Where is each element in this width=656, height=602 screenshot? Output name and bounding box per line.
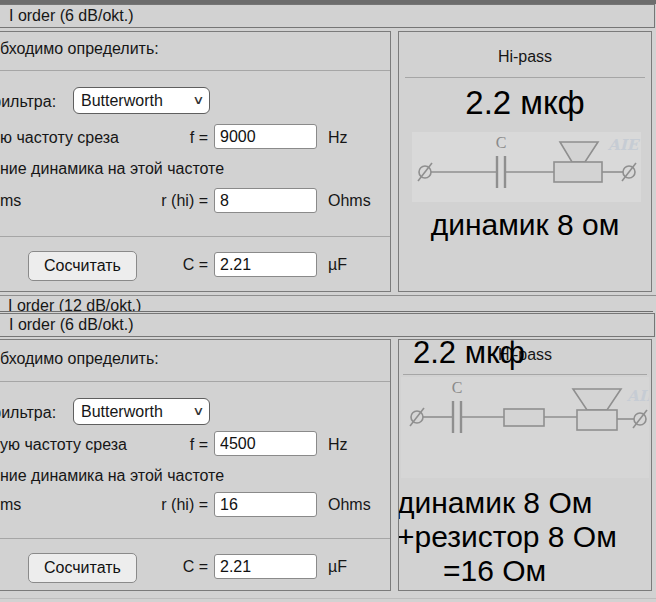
impedance-input[interactable] bbox=[214, 188, 317, 213]
section2-form-panel: бходимо определить: фильтра: Butterworth… bbox=[0, 339, 391, 591]
section1-titlebar: I order (6 dB/okt.) bbox=[0, 4, 655, 28]
uf-unit-label: µF bbox=[328, 256, 347, 274]
section-12db-title: I order (12 dB/okt.) bbox=[8, 297, 141, 312]
r-hi-label: r (hi) = bbox=[131, 192, 208, 210]
calculate-button[interactable]: Сосчитать bbox=[28, 553, 137, 583]
r-hi-label: r (hi) = bbox=[131, 496, 208, 514]
divider bbox=[0, 538, 390, 539]
watermark-text: AIE bbox=[626, 387, 649, 405]
divider bbox=[403, 374, 647, 375]
ohms-unit-label: Ohms bbox=[328, 192, 371, 210]
impedance-note: ние динамика на этой частоте bbox=[0, 467, 224, 485]
ohms-clipped-label: ms bbox=[0, 192, 21, 210]
hz-unit-label: Hz bbox=[328, 436, 348, 454]
section1-diagram-panel: Hi-pass 2.2 мкф C AIE bbox=[398, 31, 652, 292]
chevron-down-icon: ∨ bbox=[192, 399, 204, 424]
chevron-down-icon: ∨ bbox=[192, 88, 204, 113]
f-equals-label: f = bbox=[151, 436, 208, 454]
calculate-button[interactable]: Сосчитать bbox=[28, 251, 137, 281]
c-equals-label: C = bbox=[151, 558, 208, 576]
cutoff-frequency-input[interactable] bbox=[214, 431, 317, 456]
f-equals-label: f = bbox=[151, 129, 208, 147]
capacitance-result-input[interactable] bbox=[214, 252, 317, 277]
hipass-header: Hi-pass bbox=[399, 48, 651, 66]
circuit-diagram-icon: C AIE bbox=[401, 377, 649, 478]
load-note: динамик 8 Ом +резистор 8 Ом =16 Ом bbox=[398, 486, 617, 588]
divider bbox=[0, 598, 656, 599]
ohms-unit-label: Ohms bbox=[328, 496, 371, 514]
filter-select-value: Butterworth bbox=[81, 399, 163, 424]
divider bbox=[0, 70, 390, 71]
section2-diagram-panel: Hi-pass 2.2 мкф bbox=[398, 339, 652, 591]
c-equals-label: C = bbox=[151, 256, 208, 274]
capacitor-value-note: 2.2 мкф bbox=[399, 84, 651, 122]
load-note: динамик 8 ом bbox=[399, 208, 651, 242]
cutoff-frequency-input[interactable] bbox=[214, 124, 317, 149]
section2-titlebar: I order (6 dB/okt.) bbox=[0, 313, 655, 337]
circuit-diagram-icon: C AIE bbox=[412, 132, 641, 202]
load-note-line: +резистор 8 Ом bbox=[398, 520, 617, 554]
impedance-note: ние динамика на этой частоте bbox=[0, 160, 224, 178]
filter-select[interactable]: Butterworth ∨ bbox=[73, 87, 210, 114]
capacitance-result-input[interactable] bbox=[214, 554, 317, 579]
form-heading: бходимо определить: bbox=[0, 350, 159, 368]
section2-title: I order (6 dB/okt.) bbox=[9, 316, 134, 333]
filter-select[interactable]: Butterworth ∨ bbox=[73, 398, 210, 425]
section1-form-panel: бходимо определить: фильтра: Butterworth… bbox=[0, 31, 391, 292]
impedance-input[interactable] bbox=[214, 492, 317, 517]
ohms-clipped-label: ms bbox=[0, 496, 21, 514]
section1-title: I order (6 dB/okt.) bbox=[9, 7, 134, 24]
watermark-text: AIE bbox=[607, 136, 641, 154]
hipass-circuit-image: C AIE bbox=[412, 132, 641, 202]
filter-type-label: фильтра: bbox=[0, 93, 56, 111]
filter-select-value: Butterworth bbox=[81, 88, 163, 113]
capacitor-value-note: 2.2 мкф bbox=[413, 339, 525, 371]
divider bbox=[405, 77, 645, 78]
divider bbox=[0, 236, 390, 237]
section-12db-titlebar: I order (12 dB/okt.) bbox=[0, 296, 653, 312]
uf-unit-label: µF bbox=[328, 558, 347, 576]
cutoff-frequency-label: ую частоту среза bbox=[0, 436, 127, 454]
load-note-line: =16 Ом bbox=[398, 554, 617, 588]
divider bbox=[0, 381, 390, 382]
crossover-calculator-page: I order (6 dB/okt.) бходимо определить: … bbox=[0, 0, 656, 602]
hipass-circuit-image: C AIE bbox=[401, 377, 649, 478]
hz-unit-label: Hz bbox=[328, 129, 348, 147]
form-heading: бходимо определить: bbox=[0, 40, 159, 58]
load-note-line: динамик 8 Ом bbox=[398, 486, 617, 520]
cutoff-frequency-label: ю частоту среза bbox=[0, 129, 119, 147]
filter-type-label: фильтра: bbox=[0, 404, 56, 422]
capacitor-label: C bbox=[496, 134, 507, 151]
capacitor-label: C bbox=[452, 379, 463, 396]
